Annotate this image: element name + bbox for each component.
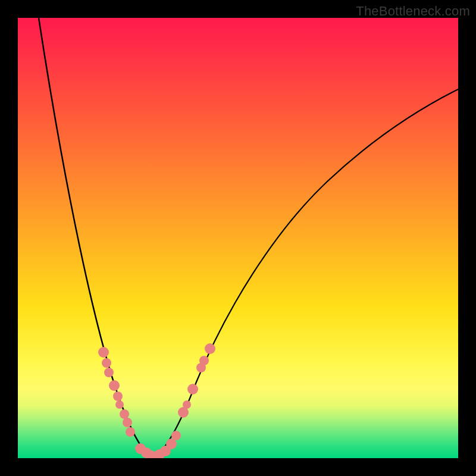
curve-left — [39, 18, 152, 458]
data-dot — [199, 356, 209, 365]
data-dot — [205, 343, 215, 354]
data-dot — [187, 384, 198, 394]
watermark-text: TheBottleneck.com — [356, 4, 470, 19]
data-dot — [115, 400, 124, 409]
data-dot — [120, 409, 129, 419]
data-dot — [113, 392, 123, 401]
data-dot — [104, 368, 114, 377]
data-dot — [98, 347, 109, 358]
data-dots — [98, 343, 215, 458]
chart-plot-area — [18, 18, 458, 458]
data-dot — [102, 358, 111, 368]
curve-right — [154, 89, 458, 458]
chart-svg — [18, 18, 458, 458]
data-dot — [171, 431, 181, 440]
data-dot — [183, 400, 191, 409]
data-dot — [126, 427, 135, 437]
data-dot — [123, 418, 132, 427]
data-dot — [109, 380, 120, 391]
